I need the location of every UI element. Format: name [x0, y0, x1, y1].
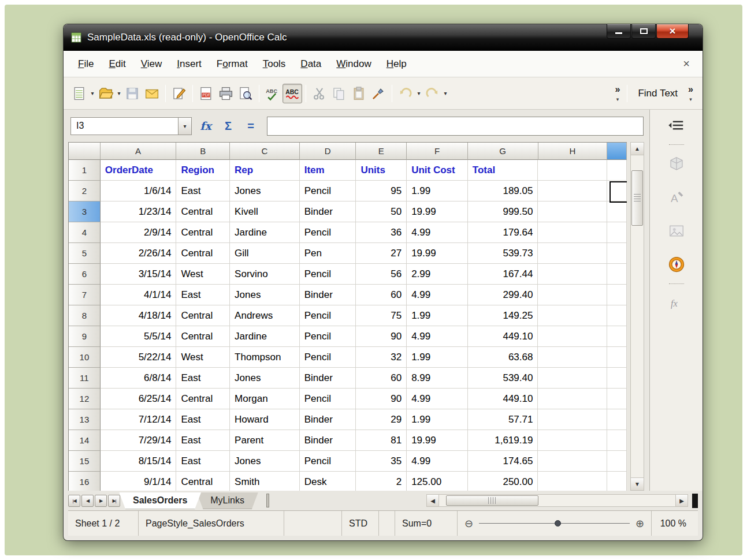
column-header-b[interactable]: B [176, 143, 230, 160]
cell-h4[interactable] [538, 222, 607, 243]
sum-icon[interactable]: Σ [220, 120, 237, 133]
dropdown-arrow-icon[interactable]: ▾ [415, 90, 422, 96]
cell-g9[interactable]: 449.10 [468, 326, 538, 347]
cell-e8[interactable]: 75 [356, 305, 407, 326]
row-header-14[interactable]: 14 [69, 430, 101, 451]
cell-i11[interactable] [607, 368, 627, 389]
spreadsheet-grid[interactable]: ABCDEFGH1OrderDateRegionRepItemUnitsUnit… [68, 142, 627, 491]
cell-i4[interactable] [607, 222, 627, 243]
row-header-9[interactable]: 9 [69, 326, 101, 347]
page-preview-button[interactable] [236, 84, 255, 103]
cell-c16[interactable]: Smith [230, 472, 300, 491]
cell-b13[interactable]: East [176, 409, 230, 430]
horizontal-scrollbar[interactable]: ◀ ▶ [426, 494, 698, 508]
cell-a13[interactable]: 7/12/14 [101, 409, 177, 430]
cell-d5[interactable]: Pen [300, 243, 356, 264]
menu-help[interactable]: Help [379, 55, 414, 73]
row-header-3[interactable]: 3 [69, 201, 101, 222]
cell-g3[interactable]: 999.50 [468, 201, 538, 222]
sheet-tab-mylinks[interactable]: MyLinks [196, 492, 258, 509]
cell-b1[interactable]: Region [176, 160, 230, 181]
cell-b10[interactable]: West [176, 347, 230, 368]
cell-d10[interactable]: Pencil [300, 347, 356, 368]
close-button[interactable]: × [656, 24, 689, 39]
menu-insert[interactable]: Insert [169, 55, 209, 73]
new-document-button[interactable] [69, 84, 89, 103]
row-header-15[interactable]: 15 [69, 451, 101, 472]
cell-b16[interactable]: Central [176, 472, 230, 491]
cell-c5[interactable]: Gill [230, 243, 300, 264]
maximize-button[interactable] [631, 24, 656, 39]
cell-c10[interactable]: Thompson [230, 347, 300, 368]
cell-c11[interactable]: Jones [230, 368, 300, 389]
cell-g13[interactable]: 57.71 [468, 409, 538, 430]
cell-d3[interactable]: Binder [300, 201, 356, 222]
horizontal-scroll-thumb[interactable] [446, 495, 538, 506]
selection-mode-indicator[interactable]: STD [342, 511, 379, 536]
cell-f10[interactable]: 1.99 [407, 347, 468, 368]
zoom-slider[interactable] [479, 523, 630, 524]
row-header-1[interactable]: 1 [69, 160, 101, 181]
cell-f15[interactable]: 4.99 [407, 451, 468, 472]
cell-b4[interactable]: Central [176, 222, 230, 243]
vertical-scrollbar[interactable]: ▲ ▼ [630, 142, 644, 491]
cell-e16[interactable]: 2 [356, 472, 407, 491]
cell-d8[interactable]: Pencil [300, 305, 356, 326]
menu-edit[interactable]: Edit [101, 55, 133, 73]
toolbar-overflow-button[interactable]: » ▾ [612, 85, 624, 102]
cell-e2[interactable]: 95 [356, 181, 407, 201]
cell-i3[interactable] [607, 201, 627, 222]
cell-f9[interactable]: 4.99 [407, 326, 468, 347]
cell-a14[interactable]: 7/29/14 [101, 430, 177, 451]
cell-i2[interactable] [607, 181, 627, 201]
cell-h9[interactable] [538, 326, 607, 347]
cell-h16[interactable] [538, 472, 607, 491]
cell-b7[interactable]: East [176, 285, 230, 305]
cell-a10[interactable]: 5/22/14 [101, 347, 177, 368]
cell-h11[interactable] [538, 368, 607, 389]
horizontal-scroll-track[interactable] [439, 494, 675, 507]
menu-tools[interactable]: Tools [255, 55, 293, 73]
dropdown-arrow-icon[interactable]: ▾ [116, 90, 122, 96]
row-header-11[interactable]: 11 [69, 368, 101, 389]
autospellcheck-button[interactable]: ABC [283, 84, 302, 103]
cell-e10[interactable]: 32 [356, 347, 407, 368]
cell-g1[interactable]: Total [468, 160, 538, 181]
cell-i5[interactable] [607, 243, 627, 264]
cut-button[interactable] [310, 84, 329, 103]
cell-a1[interactable]: OrderDate [101, 160, 177, 181]
zoom-out-icon[interactable]: ⊖ [464, 517, 473, 530]
functions-deck-icon[interactable]: fx [667, 293, 686, 313]
sidebar-settings-icon[interactable] [667, 115, 686, 135]
cell-f8[interactable]: 1.99 [407, 305, 468, 326]
cell-a7[interactable]: 4/1/14 [101, 285, 177, 305]
cell-h5[interactable] [538, 243, 607, 264]
cell-b6[interactable]: West [176, 264, 230, 285]
tab-splitter[interactable] [266, 494, 269, 507]
cell-h6[interactable] [538, 264, 607, 285]
cell-f12[interactable]: 4.99 [407, 389, 468, 409]
cell-g8[interactable]: 149.25 [468, 305, 538, 326]
cell-c8[interactable]: Andrews [230, 305, 300, 326]
cell-f16[interactable]: 125.00 [407, 472, 468, 491]
cell-e15[interactable]: 35 [356, 451, 407, 472]
cell-g15[interactable]: 174.65 [468, 451, 538, 472]
cell-a12[interactable]: 6/25/14 [101, 389, 177, 409]
scroll-up-icon[interactable]: ▲ [631, 143, 644, 155]
minimize-button[interactable] [607, 24, 631, 39]
cell-i9[interactable] [607, 326, 627, 347]
cell-g11[interactable]: 539.40 [468, 368, 538, 389]
sheet-last-icon[interactable]: ▶| [108, 495, 120, 507]
cell-b5[interactable]: Central [176, 243, 230, 264]
cell-f13[interactable]: 1.99 [407, 409, 468, 430]
row-header-4[interactable]: 4 [69, 222, 101, 243]
cell-b11[interactable]: East [176, 368, 230, 389]
cell-a3[interactable]: 1/23/14 [101, 201, 177, 222]
cell-g5[interactable]: 539.73 [468, 243, 538, 264]
cell-e6[interactable]: 56 [356, 264, 407, 285]
menu-window[interactable]: Window [329, 55, 378, 73]
cell-f5[interactable]: 19.99 [407, 243, 468, 264]
cell-d12[interactable]: Pencil [300, 389, 356, 409]
row-header-10[interactable]: 10 [69, 347, 101, 368]
cell-c2[interactable]: Jones [230, 181, 300, 201]
